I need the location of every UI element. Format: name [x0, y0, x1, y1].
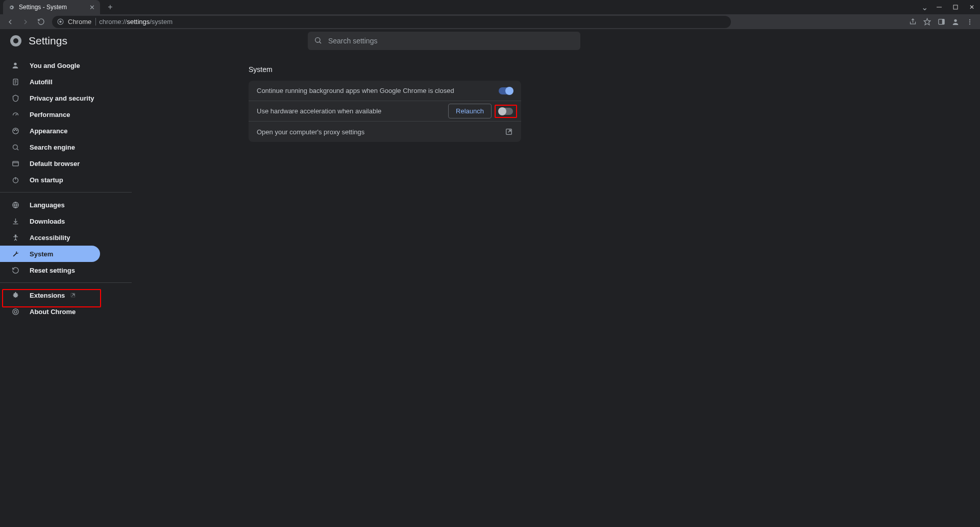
- close-window-button[interactable]: ✕: [964, 0, 980, 14]
- sidebar-item-label: Appearance: [30, 127, 67, 135]
- background-apps-toggle[interactable]: [499, 87, 513, 94]
- sidebar-item-performance[interactable]: Performance: [0, 106, 100, 123]
- sidebar-item-default-browser[interactable]: Default browser: [0, 155, 100, 172]
- svg-line-24: [17, 149, 18, 150]
- browser-toolbar: Chrome chrome:// settings /system: [0, 14, 980, 29]
- sidebar-item-accessibility[interactable]: Accessibility: [0, 229, 100, 246]
- minimize-button[interactable]: [931, 0, 947, 14]
- sidebar-item-label: Performance: [30, 111, 70, 118]
- svg-point-35: [14, 310, 17, 313]
- share-button[interactable]: [906, 16, 919, 28]
- page-title: Settings: [29, 35, 67, 47]
- palette-icon: [10, 127, 20, 135]
- sidebar-item-label: Search engine: [30, 143, 75, 151]
- sidebar-item-label: Accessibility: [30, 234, 70, 242]
- sidebar-item-autofill[interactable]: Autofill: [0, 74, 100, 90]
- svg-line-18: [15, 114, 17, 115]
- sidebar-item-about-chrome[interactable]: About Chrome: [0, 303, 100, 320]
- nav-back-button[interactable]: [4, 16, 16, 28]
- sidebar-item-extensions[interactable]: Extensions: [0, 287, 100, 303]
- svg-point-10: [969, 23, 970, 24]
- sidebar-item-label: Privacy and security: [30, 94, 94, 102]
- search-icon: [10, 143, 20, 151]
- sidebar-item-appearance[interactable]: Appearance: [0, 123, 100, 139]
- wrench-icon: [10, 250, 20, 258]
- window-controls: ⌄ ✕: [921, 0, 980, 14]
- sidebar-item-label: Autofill: [30, 78, 53, 86]
- accessibility-icon: [10, 234, 20, 242]
- svg-line-12: [320, 42, 321, 43]
- svg-rect-25: [12, 161, 18, 166]
- search-settings-input[interactable]: [308, 32, 580, 50]
- svg-marker-4: [924, 18, 930, 25]
- sidebar-item-label: Downloads: [30, 218, 65, 225]
- clipboard-icon: [10, 78, 20, 86]
- sidebar-item-label: On startup: [30, 176, 63, 184]
- sidebar-item-languages[interactable]: Languages: [0, 197, 100, 213]
- setting-row-proxy[interactable]: Open your computer's proxy settings: [249, 122, 521, 142]
- url-bold-segment: settings: [127, 18, 150, 26]
- svg-point-34: [12, 308, 18, 314]
- sidebar-item-you-and-google[interactable]: You and Google: [0, 57, 100, 74]
- section-title: System: [249, 65, 980, 74]
- restore-icon: [10, 267, 20, 274]
- sidebar-separator: [0, 192, 132, 193]
- puzzle-icon: [10, 292, 20, 299]
- address-bar[interactable]: Chrome chrome:// settings /system: [52, 16, 731, 28]
- reload-button[interactable]: [35, 16, 47, 28]
- close-tab-icon[interactable]: ✕: [89, 4, 95, 11]
- sidebar-item-reset-settings[interactable]: Reset settings: [0, 262, 100, 278]
- svg-point-21: [15, 129, 15, 129]
- hardware-accel-toggle[interactable]: [499, 108, 513, 115]
- sidebar-separator: [0, 282, 132, 283]
- kebab-menu-button[interactable]: [964, 16, 976, 28]
- url-prefix: chrome://: [99, 18, 127, 26]
- sidebar-item-label: Default browser: [30, 160, 80, 167]
- svg-point-9: [969, 21, 970, 22]
- svg-point-22: [16, 130, 17, 130]
- person-icon: [10, 61, 20, 69]
- profile-button[interactable]: [949, 16, 962, 28]
- sidebar-item-search-engine[interactable]: Search engine: [0, 139, 100, 155]
- tab-title: Settings - System: [19, 4, 89, 11]
- sidebar-item-privacy[interactable]: Privacy and security: [0, 90, 100, 106]
- settings-sidebar: You and Google Autofill Privacy and secu…: [0, 53, 132, 527]
- setting-label: Continue running background apps when Go…: [257, 87, 454, 94]
- nav-forward-button[interactable]: [19, 16, 32, 28]
- globe-icon: [10, 201, 20, 209]
- sidebar-item-system[interactable]: System: [0, 246, 100, 262]
- svg-rect-1: [953, 5, 958, 9]
- download-icon: [10, 218, 20, 225]
- sidebar-item-label: Reset settings: [30, 267, 75, 274]
- sidebar-item-label: About Chrome: [30, 308, 76, 316]
- setting-row-hardware-accel: Use hardware acceleration when available…: [249, 101, 521, 122]
- sidebar-item-downloads[interactable]: Downloads: [0, 213, 100, 229]
- chrome-logo-icon: [10, 35, 21, 46]
- browser-icon: [10, 160, 20, 167]
- url-suffix: /system: [150, 18, 173, 26]
- gear-icon: [8, 4, 15, 11]
- relaunch-button[interactable]: Relaunch: [448, 104, 492, 118]
- browser-tab[interactable]: Settings - System ✕: [3, 0, 100, 14]
- chrome-icon: [10, 308, 20, 316]
- tab-search-caret-icon[interactable]: ⌄: [921, 3, 928, 12]
- titlebar: Settings - System ✕ + ⌄ ✕: [0, 0, 980, 14]
- chrome-url-icon: [57, 18, 64, 25]
- svg-point-32: [15, 234, 16, 236]
- svg-point-7: [954, 19, 957, 21]
- power-icon: [10, 176, 20, 184]
- search-icon: [314, 36, 322, 44]
- sidebar-item-label: Languages: [30, 201, 65, 209]
- new-tab-button[interactable]: +: [103, 0, 117, 14]
- side-panel-button[interactable]: [935, 16, 947, 28]
- bookmark-button[interactable]: [921, 16, 933, 28]
- setting-label: Open your computer's proxy settings: [257, 128, 364, 136]
- omnibox-context-label: Chrome: [68, 18, 96, 26]
- sidebar-item-on-startup[interactable]: On startup: [0, 172, 100, 188]
- settings-content: System Continue running background apps …: [132, 53, 980, 527]
- maximize-button[interactable]: [947, 0, 964, 14]
- svg-point-8: [969, 19, 970, 20]
- external-link-icon: [70, 292, 76, 298]
- settings-header: Settings: [0, 29, 980, 53]
- setting-row-background-apps: Continue running background apps when Go…: [249, 81, 521, 101]
